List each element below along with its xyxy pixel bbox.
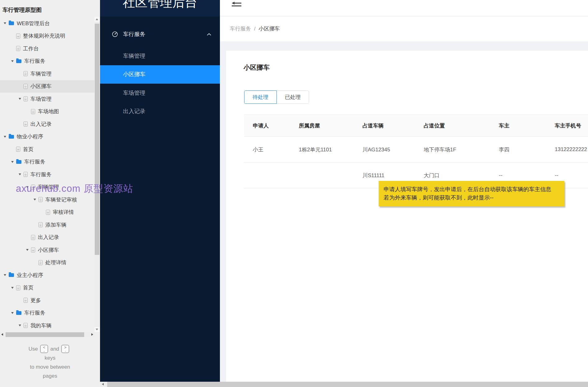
doc-icon: [24, 122, 28, 127]
menu-fold-icon[interactable]: [231, 1, 243, 9]
tree-item[interactable]: 首页: [0, 282, 94, 294]
folder-icon: [16, 59, 21, 63]
tree-item[interactable]: 车行服务: [0, 156, 94, 168]
tree-expand-arrow[interactable]: [11, 60, 14, 62]
tab-processed[interactable]: 已处理: [277, 90, 309, 104]
tree-item[interactable]: 车行服务: [0, 55, 94, 68]
column-header: 占道位置: [415, 115, 490, 137]
scroll-up-button[interactable]: [94, 17, 100, 22]
sidebar-item-3[interactable]: 车场管理: [100, 84, 220, 102]
sidebar-item-label: 小区挪车: [123, 71, 145, 78]
tree-item[interactable]: 车行服务: [0, 168, 94, 181]
menu-group-vehicle-services[interactable]: 车行服务: [100, 26, 220, 42]
tree-expand-arrow[interactable]: [4, 22, 6, 24]
tree-expand-arrow[interactable]: [4, 136, 6, 138]
folder-icon: [9, 273, 14, 277]
tree-item[interactable]: 审核详情: [0, 206, 94, 219]
tree-item-label: 审核详情: [53, 209, 74, 216]
column-header: 占道车辆: [354, 115, 415, 137]
tree-item[interactable]: 更多: [0, 294, 94, 307]
note-line: 若为外来车辆，则可能获取不到，此时显示--: [384, 194, 559, 202]
help-text-move: to move between: [0, 362, 100, 371]
tree-expand-arrow[interactable]: [11, 312, 14, 314]
page-scroll-track[interactable]: [107, 382, 588, 387]
help-text-pages: pages: [0, 371, 100, 380]
page-horizontal-scrollbar[interactable]: [100, 382, 588, 387]
annotation-note: 申请人填写车牌号，发出申请后，在后台自动获取该车辆的车主信息 若为外来车辆，则可…: [379, 181, 564, 206]
table-cell: 13122222222: [546, 137, 588, 163]
folder-icon: [16, 160, 21, 164]
doc-icon: [39, 197, 43, 202]
breadcrumb-current: 小区挪车: [259, 26, 280, 32]
page-card: 小区挪车 待处理已处理 申请人所属房屋占道车辆占道位置车主车主手机号小王1栋2单…: [226, 51, 588, 382]
tree-item[interactable]: 整体规则补充说明: [0, 30, 94, 43]
help-text-and: and: [50, 344, 59, 353]
tree-item[interactable]: 小区挪车: [0, 244, 94, 256]
sidebar-item-2[interactable]: 小区挪车: [100, 65, 220, 84]
tree-item[interactable]: 车场地图: [0, 105, 94, 118]
status-tabs: 待处理已处理: [244, 90, 309, 104]
scroll-down-button[interactable]: [94, 327, 100, 332]
tree-expand-arrow[interactable]: [11, 161, 14, 163]
tree-expand-arrow[interactable]: [4, 274, 6, 276]
tree-item-label: 出入记录: [38, 234, 59, 241]
tree-item[interactable]: 车辆登记审核: [0, 193, 94, 206]
table-row[interactable]: 小王1栋2单元1101川AG12345地下停车场1F李四13122222222: [244, 137, 588, 163]
tree-item[interactable]: 我的车辆: [0, 319, 94, 332]
tree-item[interactable]: 业主小程序: [0, 269, 94, 282]
tree-item-label: 业主小程序: [17, 272, 43, 279]
tree-item[interactable]: 车行服务: [0, 307, 94, 320]
tree-expand-arrow[interactable]: [11, 287, 14, 289]
tree-item[interactable]: 小区挪车: [0, 80, 94, 93]
tree-item-label: 车行服务: [30, 171, 52, 178]
table-cell: [290, 163, 354, 188]
tree-expand-arrow[interactable]: [19, 325, 21, 326]
tree-item[interactable]: 出入记录: [0, 231, 94, 244]
vertical-scroll-thumb[interactable]: [95, 24, 99, 255]
tree-item-label: 首页: [23, 146, 34, 153]
doc-icon: [31, 235, 35, 240]
tab-pending[interactable]: 待处理: [244, 90, 277, 104]
folder-icon: [9, 135, 14, 139]
tree-item-label: 车辆管理: [30, 70, 52, 77]
doc-icon: [24, 84, 28, 89]
scroll-down-icon: [96, 329, 98, 330]
tree-vertical-scrollbar[interactable]: [94, 17, 100, 332]
scroll-left-icon[interactable]: [1, 333, 3, 336]
note-line: 申请人填写车牌号，发出申请后，在后台自动获取该车辆的车主信息: [384, 185, 559, 194]
tree-item[interactable]: 首页: [0, 143, 94, 156]
tree-expand-arrow[interactable]: [19, 173, 21, 175]
breadcrumb: 车行服务/小区挪车: [230, 16, 280, 41]
tree-item[interactable]: 车场管理: [0, 93, 94, 105]
tree-item-label: 出入记录: [30, 121, 52, 128]
tree-expand-arrow[interactable]: [34, 199, 36, 200]
table-cell: 川AG12345: [354, 137, 415, 163]
scroll-up-icon: [96, 18, 98, 20]
table-header-row: 申请人所属房屋占道车辆占道位置车主车主手机号: [244, 115, 588, 137]
scroll-right-icon[interactable]: [91, 333, 93, 336]
doc-icon: [24, 298, 28, 303]
tree-item[interactable]: WEB管理后台: [0, 17, 94, 30]
column-header: 所属房屋: [290, 115, 354, 137]
tree-item-label: 小区挪车: [30, 83, 52, 90]
tree-expand-arrow[interactable]: [19, 98, 21, 100]
tree-expand-arrow[interactable]: [26, 249, 29, 251]
doc-icon: [39, 222, 43, 227]
sidebar-item-4[interactable]: 出入记录: [100, 102, 220, 121]
tree-horizontal-scrollbar[interactable]: [0, 332, 94, 337]
tree-item-label: 车辆登记审核: [45, 196, 77, 203]
breadcrumb-parent[interactable]: 车行服务: [230, 26, 251, 32]
page-scroll-left-icon[interactable]: [102, 383, 104, 385]
tree-item-label: 处理详情: [45, 259, 66, 266]
tree-item[interactable]: 物业小程序: [0, 131, 94, 143]
table-cell: 地下停车场1F: [415, 137, 490, 163]
tree-item[interactable]: 车辆管理: [0, 67, 94, 80]
tree-item-label: WEB管理后台: [17, 20, 50, 27]
tree-item[interactable]: 工作台: [0, 42, 94, 55]
tree-item[interactable]: 添加车辆: [0, 219, 94, 231]
sidebar-item-1[interactable]: 车辆管理: [100, 47, 220, 65]
tree-item[interactable]: 出入记录: [0, 118, 94, 131]
tree-item[interactable]: 处理详情: [0, 256, 94, 269]
horizontal-scroll-thumb[interactable]: [6, 332, 84, 337]
doc-icon: [24, 96, 28, 101]
